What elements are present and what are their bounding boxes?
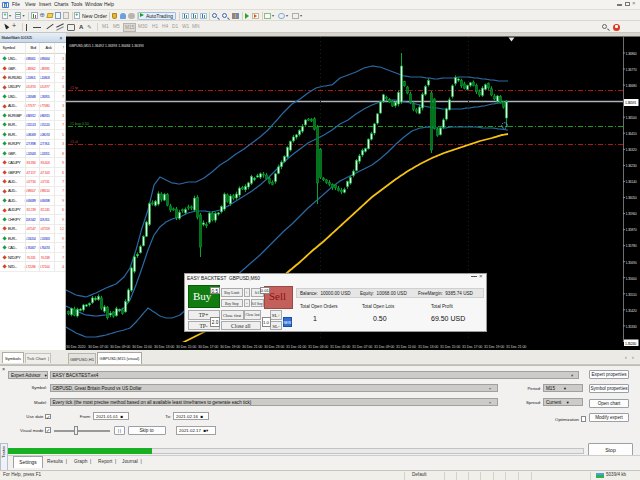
svg-text:1.36410: 1.36410 [626,132,637,136]
svg-text:1.36050: 1.36050 [626,196,637,200]
svg-text:30 Dec 07:00: 30 Dec 07:00 [88,345,108,349]
svg-text:31 Dec 19:00: 31 Dec 19:00 [484,345,504,349]
svg-text:30 Dec 21:00: 30 Dec 21:00 [242,345,262,349]
svg-text:30 Dec 09:00: 30 Dec 09:00 [110,345,130,349]
svg-text:30 Dec 19:00: 30 Dec 19:00 [220,345,240,349]
svg-text:1.35960: 1.35960 [626,212,637,216]
svg-text:31 Dec 09:00: 31 Dec 09:00 [374,345,394,349]
svg-text:1.35330: 1.35330 [626,325,637,329]
svg-text:#1 buy 0.50: #1 buy 0.50 [70,122,89,126]
svg-text:30 Dec 13:00: 30 Dec 13:00 [154,345,174,349]
svg-text:1.35240: 1.35240 [625,342,636,346]
svg-text:1.36680: 1.36680 [626,84,637,88]
svg-text:#1 sl: #1 sl [70,140,78,144]
svg-text:GBPUSD,M15 1.36492 1.36393 1.: GBPUSD,M15 1.36492 1.36393 1.36484 1.363… [69,44,144,48]
svg-text:1.36860: 1.36860 [626,52,637,56]
svg-text:30 Dec 11:00: 30 Dec 11:00 [132,345,152,349]
svg-text:31 Dec 21:00: 31 Dec 21:00 [506,345,526,349]
svg-text:1.35780: 1.35780 [626,244,637,248]
svg-text:31 Dec 15:00: 31 Dec 15:00 [440,345,460,349]
svg-text:#1 tp: #1 tp [70,86,78,90]
svg-text:31 Dec 03:00: 31 Dec 03:00 [308,345,328,349]
svg-text:1.36320: 1.36320 [626,148,637,152]
svg-text:31 Dec 05:00: 31 Dec 05:00 [330,345,350,349]
svg-text:31 Dec 01:00: 31 Dec 01:00 [286,345,306,349]
svg-text:1.36140: 1.36140 [626,180,637,184]
svg-text:31 Dec 13:00: 31 Dec 13:00 [418,345,438,349]
svg-text:30 Dec 17:00: 30 Dec 17:00 [198,345,218,349]
svg-text:1.35870: 1.35870 [626,228,637,232]
svg-text:1.36591: 1.36591 [625,101,636,105]
svg-text:31 Dec 07:00: 31 Dec 07:00 [352,345,372,349]
svg-text:1.36230: 1.36230 [626,164,637,168]
svg-text:31 Dec 11:00: 31 Dec 11:00 [396,345,416,349]
svg-text:30 Dec 2020: 30 Dec 2020 [66,345,85,349]
svg-text:31 Dec 17:00: 31 Dec 17:00 [462,345,482,349]
svg-text:30 Dec 15:00: 30 Dec 15:00 [176,345,196,349]
svg-text:1.35510: 1.35510 [626,293,637,297]
svg-text:1.35420: 1.35420 [626,309,637,313]
svg-text:1.36770: 1.36770 [626,68,637,72]
svg-text:1.35600: 1.35600 [626,277,637,281]
svg-text:1.36500: 1.36500 [626,116,637,120]
svg-text:1.35690: 1.35690 [626,261,637,265]
svg-text:30 Dec 23:00: 30 Dec 23:00 [264,345,284,349]
